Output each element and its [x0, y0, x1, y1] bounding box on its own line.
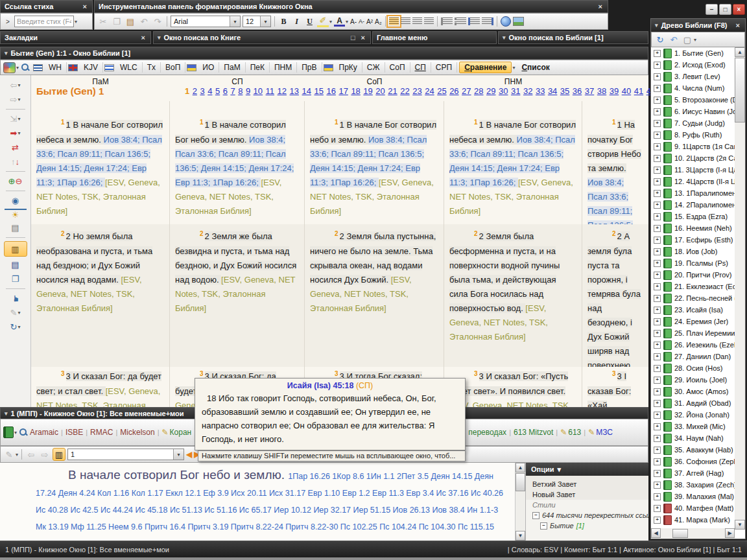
expand-icon[interactable]: +: [654, 120, 661, 127]
chevron-down-icon[interactable]: ▾: [329, 19, 332, 25]
chapter-link-15[interactable]: 15: [314, 86, 323, 96]
tree-item[interactable]: +27. Даниил (Dan): [651, 351, 735, 362]
copy-icon[interactable]: ❐: [111, 16, 123, 27]
tree-item[interactable]: +17. Есфирь (Esth): [651, 234, 735, 246]
tree-item[interactable]: +16. Неемия (Neh): [651, 222, 735, 234]
tree-item[interactable]: +20. Притчи (Prov): [651, 269, 735, 281]
chapter-link-1[interactable]: 1: [185, 86, 189, 96]
redo-icon[interactable]: ↷: [152, 16, 163, 27]
tree-item[interactable]: +18. Иов (Job): [651, 246, 735, 257]
book-icon[interactable]: [3, 426, 14, 438]
chapter-link-28[interactable]: 28: [474, 86, 483, 96]
close-icon[interactable]: ×: [140, 34, 147, 41]
tab-613[interactable]: 613: [568, 428, 581, 437]
forward-button[interactable]: ⇨▾: [5, 93, 27, 106]
translation-button-СРП[interactable]: СРП: [431, 62, 457, 73]
bullet-list-button[interactable]: [455, 18, 466, 25]
chapter-link-10[interactable]: 10: [254, 86, 263, 96]
translation-button-ПаМ[interactable]: ПаМ: [219, 62, 245, 73]
edit-pencil-icon[interactable]: ✎: [3, 449, 15, 460]
columns-view-button[interactable]: ▥: [4, 241, 27, 257]
chapter-link-23[interactable]: 23: [412, 86, 421, 96]
tab-Mickelson[interactable]: Mickelson: [120, 428, 154, 437]
tab-RMAC[interactable]: RMAC: [90, 428, 113, 437]
font-name-select[interactable]: Arial ▾: [171, 16, 241, 27]
expand-icon[interactable]: +: [654, 470, 661, 477]
chapter-link-11[interactable]: 11: [266, 86, 275, 96]
app-icon[interactable]: [3, 62, 16, 73]
highlight-button[interactable]: ✐: [317, 16, 329, 27]
close-icon[interactable]: ×: [597, 3, 604, 10]
chapter-link-33[interactable]: 33: [536, 86, 545, 96]
tree-item[interactable]: +24. Еремия (Jer): [651, 316, 735, 327]
translation-button-ИО[interactable]: ИО: [198, 62, 219, 73]
expand-icon[interactable]: +: [654, 155, 661, 162]
chapter-link-34[interactable]: 34: [548, 86, 557, 96]
expand-icon[interactable]: +: [654, 365, 661, 372]
align-center-button[interactable]: [412, 18, 422, 25]
tree-item[interactable]: +28. Осия (Hos): [651, 362, 735, 374]
chapter-link-19[interactable]: 19: [363, 86, 372, 96]
chevron-down-icon[interactable]: ▾: [75, 19, 77, 25]
expand-icon[interactable]: +: [654, 178, 661, 185]
search-icon[interactable]: [21, 63, 30, 72]
chevron-down-icon[interactable]: ▾: [5, 50, 8, 56]
options-row[interactable]: −Бытие[1]: [526, 520, 648, 531]
tree-item[interactable]: +7. Судьи (Judg): [651, 117, 735, 129]
tree-item[interactable]: +12. 4Царств (II-я Цар): [651, 176, 735, 187]
font-color-button[interactable]: A: [334, 16, 345, 27]
chapter-link-39[interactable]: 39: [610, 86, 619, 96]
zoom-buttons[interactable]: ⊕⊖: [5, 175, 27, 187]
grow-font-button[interactable]: A-: [359, 18, 364, 25]
tree-item[interactable]: +6. Иисус Навин (Josh): [651, 106, 735, 117]
maximize-icon[interactable]: □: [350, 34, 357, 41]
verse-cross-references[interactable]: Иов 38:4; Псал 33:6; Псал 89:11; Псал 13…: [587, 178, 634, 224]
chevron-down-icon[interactable]: ▾: [655, 22, 658, 29]
expand-icon[interactable]: +: [654, 400, 661, 407]
search-icon[interactable]: [19, 428, 28, 437]
tree-item[interactable]: +32. Йона (Jonah): [651, 409, 735, 421]
expand-icon[interactable]: +: [654, 132, 661, 139]
refresh-icon[interactable]: ↻: [654, 34, 666, 45]
increase-indent-button[interactable]: [482, 18, 493, 25]
underline-button[interactable]: U: [304, 17, 315, 27]
maximize-button[interactable]: □: [719, 4, 731, 15]
expand-icon[interactable]: +: [654, 237, 661, 244]
book-scrollbar[interactable]: ▲ ▼: [515, 463, 525, 541]
options-header[interactable]: Опции ▾: [526, 463, 648, 476]
align-left-button[interactable]: [389, 18, 399, 25]
translation-button-WLC[interactable]: WLC: [115, 62, 143, 73]
chapter-link-41[interactable]: 41: [634, 86, 643, 96]
brightness-button[interactable]: ☀: [5, 209, 27, 220]
chapter-link-25[interactable]: 25: [437, 86, 446, 96]
expand-icon[interactable]: +: [654, 295, 661, 302]
tree-item[interactable]: +14. 2Паралипоменон: [651, 199, 735, 211]
translation-button-СЖ[interactable]: СЖ: [362, 62, 385, 73]
expand-icon[interactable]: +: [654, 225, 661, 232]
chapter-link-26[interactable]: 26: [449, 86, 458, 96]
tree-horizontal-scrollbar[interactable]: ◀ ▶: [651, 528, 735, 539]
tree-item[interactable]: +37. Аггей (Hag): [651, 467, 735, 479]
tab-613 Mitzvot[interactable]: 613 Mitzvot: [514, 428, 553, 437]
tree-item[interactable]: +5. Второзаконие (Deut): [651, 94, 735, 106]
chevron-down-icon[interactable]: ▾: [16, 65, 19, 71]
undo-icon[interactable]: ↶: [138, 16, 150, 27]
tree-item[interactable]: +3. Левит (Lev): [651, 71, 735, 82]
tree-item[interactable]: +41. Марка (Mark): [651, 514, 735, 526]
chapter-link-30[interactable]: 30: [499, 86, 508, 96]
chapter-link-8[interactable]: 8: [238, 86, 243, 96]
expand-icon[interactable]: +: [654, 260, 661, 267]
chapter-link-6[interactable]: 6: [223, 86, 228, 96]
bold-button[interactable]: B: [278, 17, 289, 27]
expand-icon[interactable]: +: [654, 412, 661, 419]
close-icon[interactable]: ×: [735, 21, 741, 29]
tree-item[interactable]: +33. Михей (Mic): [651, 421, 735, 432]
expand-icon[interactable]: +: [654, 505, 661, 512]
move-up-down-buttons[interactable]: ↑↓: [5, 156, 27, 168]
chevron-down-icon[interactable]: ▾: [512, 65, 515, 71]
translation-button-Tx[interactable]: Tx: [143, 62, 161, 73]
tree-item[interactable]: +10. 2Царств (2я Сам): [651, 152, 735, 164]
chapter-link-16[interactable]: 16: [326, 86, 335, 96]
chevron-down-icon[interactable]: ▾: [260, 16, 270, 27]
close-icon[interactable]: ×: [82, 3, 88, 10]
